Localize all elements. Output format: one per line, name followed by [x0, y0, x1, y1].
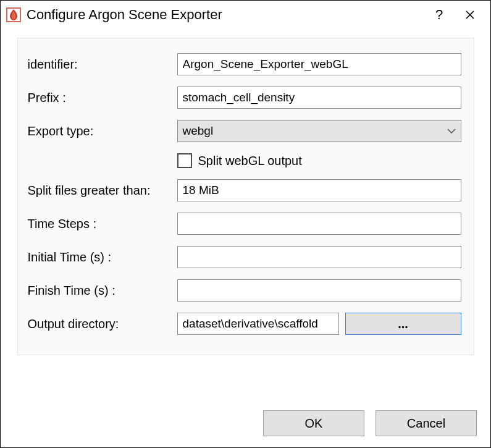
form-groupbox: identifier: Prefix : Export type: webgl …: [17, 38, 474, 355]
dialog-content: identifier: Prefix : Export type: webgl …: [1, 29, 490, 402]
export-type-label: Export type:: [24, 124, 177, 138]
identifier-label: identifier:: [24, 57, 177, 72]
close-button[interactable]: [455, 2, 485, 27]
output-directory-row: ...: [177, 313, 461, 335]
ok-button[interactable]: OK: [263, 410, 364, 436]
finish-time-input[interactable]: [177, 279, 461, 302]
help-button[interactable]: ?: [424, 2, 455, 27]
split-output-label: Split webGL output: [198, 154, 302, 168]
export-type-select[interactable]: webgl: [177, 120, 461, 142]
dialog-footer: OK Cancel: [1, 402, 490, 447]
split-threshold-label: Split files greater than:: [24, 184, 177, 198]
prefix-input[interactable]: [177, 87, 461, 109]
chevron-down-icon: [447, 126, 456, 136]
identifier-input[interactable]: [177, 53, 461, 75]
split-output-row: Split webGL output: [177, 153, 461, 168]
output-directory-label: Output directory:: [24, 317, 177, 331]
app-icon: [6, 7, 22, 23]
initial-time-label: Initial Time (s) :: [24, 250, 177, 264]
output-directory-input[interactable]: [177, 313, 339, 335]
split-output-checkbox[interactable]: [177, 153, 192, 168]
cancel-button[interactable]: Cancel: [376, 410, 477, 436]
split-threshold-input[interactable]: [177, 179, 461, 201]
time-steps-label: Time Steps :: [24, 217, 177, 231]
prefix-label: Prefix :: [24, 91, 177, 105]
window-title: Configure Argon Scene Exporter: [27, 7, 424, 23]
title-bar: Configure Argon Scene Exporter ?: [1, 1, 490, 29]
initial-time-input[interactable]: [177, 246, 461, 268]
finish-time-label: Finish Time (s) :: [24, 284, 177, 298]
dialog-window: Configure Argon Scene Exporter ? identif…: [0, 0, 491, 448]
browse-button[interactable]: ...: [345, 313, 461, 335]
time-steps-input[interactable]: [177, 213, 461, 235]
form-grid: identifier: Prefix : Export type: webgl …: [24, 53, 461, 335]
export-type-value: webgl: [183, 124, 214, 138]
